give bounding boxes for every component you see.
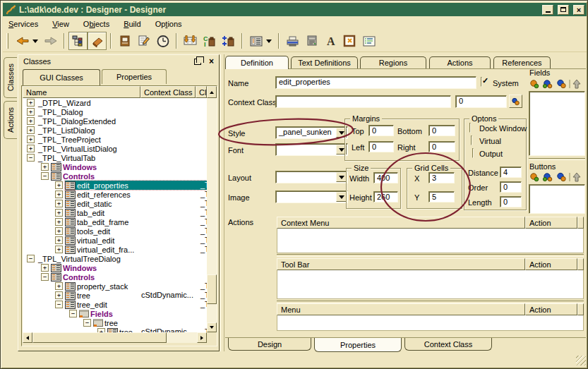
- image-combobox[interactable]: [275, 190, 348, 203]
- scroll-up-button[interactable]: [207, 86, 217, 98]
- layout-combobox[interactable]: [275, 171, 348, 183]
- length-input[interactable]: 0: [500, 196, 522, 207]
- tree-row[interactable]: −tree_edit_T: [23, 300, 207, 309]
- output-checkbox[interactable]: [472, 148, 474, 158]
- tree-row[interactable]: +Windows: [23, 162, 207, 171]
- tree-row[interactable]: +tab_edit_T: [23, 208, 207, 217]
- dock-tab-classes[interactable]: Classes: [4, 57, 17, 98]
- tree-row[interactable]: +tools_edit_T: [23, 226, 207, 236]
- menu-header[interactable]: Menu: [277, 303, 525, 315]
- tree-expand-toggle[interactable]: −: [83, 319, 91, 327]
- tree-row[interactable]: +Windows: [23, 263, 207, 272]
- grid-x-input[interactable]: 3: [428, 172, 455, 183]
- tree-row[interactable]: −_TPL_VirtualTab: [23, 153, 207, 162]
- order-input[interactable]: 0: [500, 181, 522, 193]
- menu-objects[interactable]: Objects: [83, 20, 109, 28]
- tree-row[interactable]: +edit_references_T: [23, 190, 207, 199]
- grid-transfer-button[interactable]: [181, 32, 200, 50]
- field-add-icon[interactable]: [531, 80, 539, 88]
- tree-expand-toggle[interactable]: −: [27, 255, 35, 262]
- context-menu-body[interactable]: [277, 229, 584, 253]
- tree-expand-toggle[interactable]: +: [41, 264, 49, 272]
- tree-row[interactable]: +virtual_edit_T: [23, 236, 207, 245]
- column-header-class[interactable]: Cl: [196, 86, 207, 98]
- list-view-button[interactable]: [359, 32, 378, 50]
- tree-row[interactable]: +_TPL_DialogExtended: [23, 116, 207, 126]
- context-menu-header[interactable]: Context Menu: [277, 217, 525, 229]
- close-panel-icon[interactable]: ×: [209, 56, 214, 66]
- scroll-left-button[interactable]: [23, 332, 32, 343]
- tree-expand-toggle[interactable]: −: [55, 301, 63, 308]
- tool-bar-action-header[interactable]: Action: [525, 258, 577, 270]
- back-dropdown-icon[interactable]: [32, 40, 38, 46]
- system-checkbox[interactable]: [481, 77, 482, 87]
- printer-button[interactable]: [283, 32, 302, 50]
- buttons-list[interactable]: [529, 184, 585, 214]
- tree-expand-toggle[interactable]: −: [41, 273, 49, 281]
- class-info-button[interactable]: C I: [200, 32, 219, 50]
- tree-expand-toggle[interactable]: +: [27, 135, 35, 143]
- tree-expand-toggle[interactable]: +: [55, 246, 63, 253]
- maximize-button[interactable]: [558, 5, 569, 15]
- button-edit-icon[interactable]: [543, 174, 551, 181]
- margin-bottom-input[interactable]: 0: [428, 125, 455, 136]
- tree-row[interactable]: −tree: [23, 318, 207, 327]
- toolbar-grip[interactable]: [6, 33, 8, 49]
- field-link-icon[interactable]: [558, 80, 565, 87]
- vertical-scrollbar[interactable]: [207, 98, 217, 332]
- tree-row[interactable]: −_TPL_VirtualTreeDialog: [23, 254, 207, 263]
- tab-properties-left[interactable]: Properties: [102, 69, 167, 84]
- tree-row[interactable]: +edit_static_T: [23, 199, 207, 208]
- image-dropdown-icon[interactable]: [336, 192, 347, 202]
- tree-expand-toggle[interactable]: +: [27, 126, 35, 134]
- add-class-button[interactable]: [219, 32, 238, 50]
- back-button[interactable]: [13, 32, 32, 50]
- tree-row[interactable]: +_TPL_TreeProject: [23, 135, 207, 144]
- tree-expand-toggle[interactable]: +: [55, 181, 63, 189]
- action-list-splitter[interactable]: [277, 254, 584, 257]
- tree-expand-toggle[interactable]: +: [27, 99, 35, 107]
- layout-dropdown-icon[interactable]: [336, 172, 347, 182]
- book-button[interactable]: [115, 32, 134, 50]
- tree-expand-toggle[interactable]: +: [55, 236, 63, 244]
- horizontal-scrollbar[interactable]: [23, 332, 207, 343]
- server-button[interactable]: [302, 32, 321, 50]
- tab-context-class[interactable]: Context Class: [404, 338, 492, 351]
- fields-list[interactable]: [529, 91, 585, 156]
- tree-row[interactable]: −Fields: [23, 309, 207, 318]
- tree-row[interactable]: +treecStdDynamic..._T: [23, 327, 207, 332]
- menu-body[interactable]: [277, 315, 584, 331]
- tree-row[interactable]: −Controls: [23, 171, 207, 181]
- button-link-icon[interactable]: [558, 173, 565, 181]
- field-move-up-icon[interactable]: [573, 80, 580, 88]
- tree-row[interactable]: +edit_properties_T: [23, 181, 207, 190]
- tree-row[interactable]: +_TPL_ListDialog: [23, 126, 207, 135]
- tool-bar-body[interactable]: [277, 270, 584, 299]
- tree-expand-toggle[interactable]: +: [41, 163, 49, 171]
- tree-row[interactable]: +treecStdDynamic..._T: [23, 291, 207, 300]
- tab-gui-classes[interactable]: GUI Classes: [23, 69, 100, 85]
- tree-expand-toggle[interactable]: +: [27, 145, 35, 152]
- minimize-button[interactable]: [542, 5, 553, 15]
- eraser-button[interactable]: [88, 32, 107, 50]
- tab-regions[interactable]: Regions: [360, 56, 426, 68]
- margin-left-input[interactable]: 0: [368, 141, 394, 152]
- menu-action-header[interactable]: Action: [525, 303, 577, 315]
- tree-expand-toggle[interactable]: +: [55, 227, 63, 235]
- tree-expand-toggle[interactable]: +: [55, 291, 63, 299]
- tree-expand-toggle[interactable]: +: [55, 200, 63, 207]
- tree-row[interactable]: +property_stack_T: [23, 282, 207, 291]
- tree-expand-toggle[interactable]: +: [55, 282, 63, 290]
- scroll-right-button[interactable]: [197, 332, 207, 343]
- tab-design[interactable]: Design: [228, 338, 311, 351]
- tree-expand-toggle[interactable]: +: [55, 190, 63, 198]
- tree-row[interactable]: +_TPL_Dialog: [23, 107, 207, 116]
- name-input[interactable]: edit_properties: [275, 76, 476, 89]
- distance-input[interactable]: 4: [500, 167, 522, 178]
- tree-expand-toggle[interactable]: +: [55, 209, 63, 217]
- tree-expand-toggle[interactable]: −: [41, 172, 49, 180]
- context-class-picker-button[interactable]: [509, 95, 522, 108]
- form-select-dropdown-icon[interactable]: [266, 40, 272, 46]
- tool-bar-header[interactable]: Tool Bar: [277, 258, 525, 270]
- menu-options[interactable]: Options: [155, 20, 182, 28]
